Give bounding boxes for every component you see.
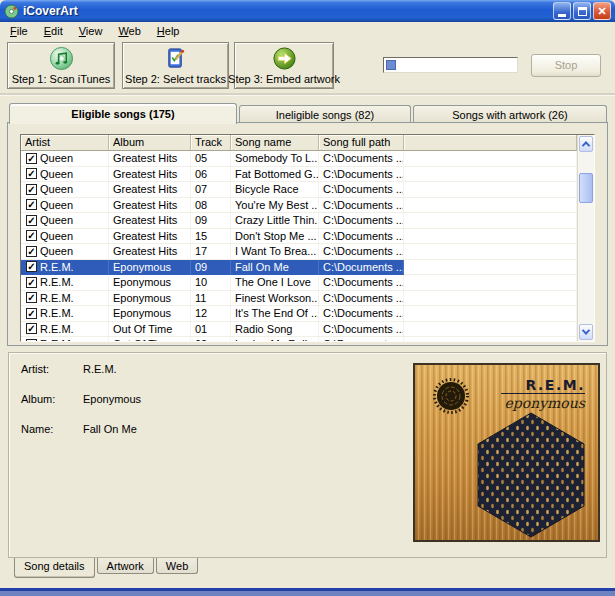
cell-song: Fall On Me bbox=[231, 260, 319, 276]
cell-song: Bicycle Race bbox=[231, 182, 319, 198]
album-field-value: Eponymous bbox=[83, 393, 141, 405]
table-row[interactable]: ✓R.E.M.Out Of Time01Radio SongC:\Documen… bbox=[21, 322, 577, 338]
cell-album: Eponymous bbox=[109, 260, 191, 276]
chevron-down-icon bbox=[582, 326, 590, 334]
cell-song: You're My Best ... bbox=[231, 198, 319, 214]
album-field-label: Album: bbox=[21, 393, 83, 405]
row-checkbox[interactable]: ✓ bbox=[26, 184, 37, 195]
row-checkbox[interactable]: ✓ bbox=[26, 215, 37, 226]
cell-artist: ✓R.E.M. bbox=[21, 291, 109, 307]
cell-filler bbox=[404, 306, 577, 322]
table-row[interactable]: ✓QueenGreatest Hits09Crazy Little Thin..… bbox=[21, 213, 577, 229]
row-checkbox[interactable]: ✓ bbox=[26, 339, 37, 341]
row-checkbox[interactable]: ✓ bbox=[26, 261, 37, 272]
window-titlebar[interactable]: iCoverArt ✕ bbox=[0, 0, 615, 22]
column-header-track[interactable]: Track bbox=[191, 135, 231, 151]
table-row[interactable]: ✓QueenGreatest Hits07Bicycle RaceC:\Docu… bbox=[21, 182, 577, 198]
table-row[interactable]: ✓QueenGreatest Hits08You're My Best ...C… bbox=[21, 198, 577, 214]
maximize-button[interactable] bbox=[573, 2, 591, 20]
tab-ineligible-songs[interactable]: Ineligible songs (82) bbox=[239, 105, 411, 123]
scrollbar-thumb[interactable] bbox=[579, 173, 593, 203]
cell-album: Greatest Hits bbox=[109, 198, 191, 214]
table-row[interactable]: ✓QueenGreatest Hits17I Want To Brea...C:… bbox=[21, 244, 577, 260]
scroll-up-button[interactable] bbox=[579, 136, 593, 152]
tab-web[interactable]: Web bbox=[156, 558, 198, 574]
column-header-artist[interactable]: Artist bbox=[21, 135, 109, 151]
step1-scan-itunes-button[interactable]: Step 1: Scan iTunes bbox=[7, 42, 115, 89]
cell-album: Greatest Hits bbox=[109, 244, 191, 260]
cell-track: 09 bbox=[191, 213, 231, 229]
tab-song-details[interactable]: Song details bbox=[14, 558, 95, 578]
row-checkbox[interactable]: ✓ bbox=[26, 199, 37, 210]
cell-track: 15 bbox=[191, 229, 231, 245]
cell-track: 17 bbox=[191, 244, 231, 260]
table-row[interactable]: ✓R.E.M.Out Of Time02Losing My Reli...C:\… bbox=[21, 337, 577, 341]
tab-eligible-songs[interactable]: Eligible songs (175) bbox=[9, 103, 237, 124]
table-row[interactable]: ✓QueenGreatest Hits15Don't Stop Me ...C:… bbox=[21, 229, 577, 245]
cell-track: 06 bbox=[191, 167, 231, 183]
cell-track: 10 bbox=[191, 275, 231, 291]
table-row[interactable]: ✓QueenGreatest Hits06Fat Bottomed G...C:… bbox=[21, 167, 577, 183]
cell-path: C:\Documents ... bbox=[319, 167, 404, 183]
window-bottom-edge-highlight bbox=[0, 591, 615, 596]
minimize-button[interactable] bbox=[553, 2, 571, 20]
column-header-song-full-path[interactable]: Song full path bbox=[319, 135, 404, 151]
progress-bar bbox=[383, 57, 518, 73]
cell-album: Greatest Hits bbox=[109, 229, 191, 245]
cell-artist: ✓R.E.M. bbox=[21, 322, 109, 338]
cell-album: Eponymous bbox=[109, 275, 191, 291]
cell-artist: ✓Queen bbox=[21, 229, 109, 245]
cell-artist: ✓R.E.M. bbox=[21, 306, 109, 322]
cell-filler bbox=[404, 151, 577, 167]
table-row[interactable]: ✓R.E.M.Eponymous10The One I LoveC:\Docum… bbox=[21, 275, 577, 291]
toolbar: Step 1: Scan iTunes Step 2: Select track… bbox=[0, 39, 615, 96]
cell-song: Crazy Little Thin... bbox=[231, 213, 319, 229]
menu-help[interactable]: Help bbox=[149, 24, 188, 38]
cell-artist: ✓Queen bbox=[21, 198, 109, 214]
table-row[interactable]: ✓QueenGreatest Hits05Somebody To L...C:\… bbox=[21, 151, 577, 167]
row-checkbox[interactable]: ✓ bbox=[26, 323, 37, 334]
scroll-down-button[interactable] bbox=[579, 324, 593, 340]
table-scrollbar[interactable] bbox=[577, 135, 594, 341]
app-icon bbox=[4, 4, 19, 19]
step3-embed-artwork-button[interactable]: Step 3: Embed artwork bbox=[234, 42, 334, 89]
tab-artwork[interactable]: Artwork bbox=[97, 558, 154, 574]
cell-path: C:\Documents ... bbox=[319, 213, 404, 229]
cell-path: C:\Documents ... bbox=[319, 260, 404, 276]
minimize-icon bbox=[558, 14, 566, 17]
row-checkbox[interactable]: ✓ bbox=[26, 153, 37, 164]
tab-songs-with-artwork[interactable]: Songs with artwork (26) bbox=[413, 105, 607, 123]
cell-path: C:\Documents ... bbox=[319, 275, 404, 291]
cell-song: It's The End Of ... bbox=[231, 306, 319, 322]
row-checkbox[interactable]: ✓ bbox=[26, 168, 37, 179]
table-row[interactable]: ✓R.E.M.Eponymous09Fall On MeC:\Documents… bbox=[21, 260, 577, 276]
row-checkbox[interactable]: ✓ bbox=[26, 277, 37, 288]
row-checkbox[interactable]: ✓ bbox=[26, 308, 37, 319]
column-header-song-name[interactable]: Song name bbox=[231, 135, 319, 151]
row-checkbox[interactable]: ✓ bbox=[26, 292, 37, 303]
cell-song: Radio Song bbox=[231, 322, 319, 338]
svg-text:eponymous: eponymous bbox=[504, 395, 585, 412]
cell-track: 09 bbox=[191, 260, 231, 276]
step2-select-tracks-button[interactable]: Step 2: Select tracks bbox=[122, 42, 229, 89]
cell-song: Don't Stop Me ... bbox=[231, 229, 319, 245]
column-header-album[interactable]: Album bbox=[109, 135, 191, 151]
table-row[interactable]: ✓R.E.M.Eponymous12It's The End Of ...C:\… bbox=[21, 306, 577, 322]
cell-album: Greatest Hits bbox=[109, 213, 191, 229]
cell-song: Fat Bottomed G... bbox=[231, 167, 319, 183]
table-row[interactable]: ✓R.E.M.Eponymous11Finest Workson...C:\Do… bbox=[21, 291, 577, 307]
menu-web[interactable]: Web bbox=[110, 24, 148, 38]
menu-view[interactable]: View bbox=[71, 24, 111, 38]
column-header-filler bbox=[404, 135, 577, 151]
close-button[interactable]: ✕ bbox=[593, 2, 611, 20]
embed-artwork-icon bbox=[272, 46, 297, 73]
menu-edit[interactable]: Edit bbox=[36, 24, 71, 38]
cell-album: Out Of Time bbox=[109, 337, 191, 341]
name-field-value: Fall On Me bbox=[83, 423, 137, 435]
menu-file[interactable]: File bbox=[2, 24, 36, 38]
cell-filler bbox=[404, 275, 577, 291]
table-rows: ✓QueenGreatest Hits05Somebody To L...C:\… bbox=[21, 151, 577, 341]
row-checkbox[interactable]: ✓ bbox=[26, 246, 37, 257]
stop-button[interactable]: Stop bbox=[531, 54, 601, 77]
row-checkbox[interactable]: ✓ bbox=[26, 230, 37, 241]
